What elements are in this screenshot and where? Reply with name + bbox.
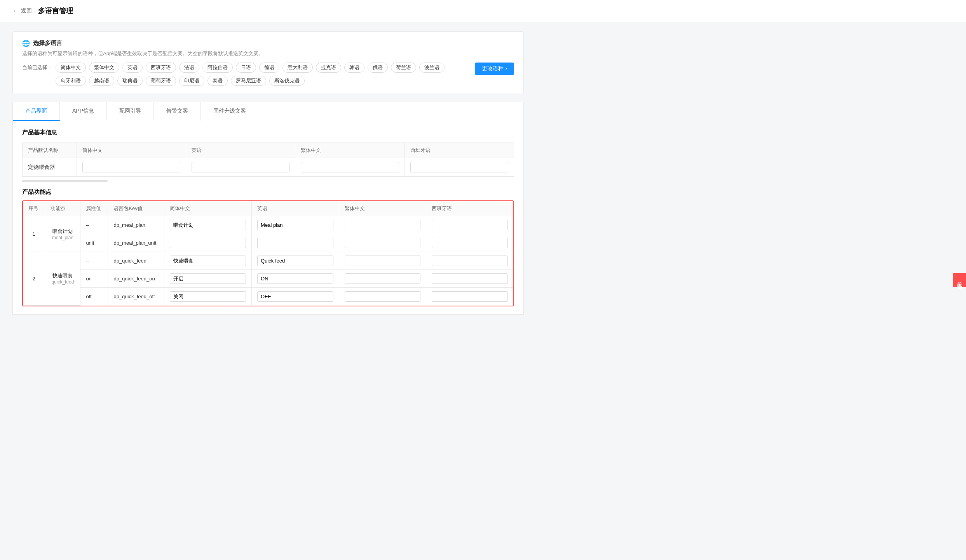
table-row: unit dp_meal_plan_unit [23, 234, 513, 252]
content-card: 产品基本信息 产品默认名称 简体中文 英语 繁体中文 西班牙语 宠物喂食器 [12, 121, 524, 315]
service-btn[interactable]: 服务咨询 [953, 273, 966, 287]
main-content: 🌐 选择多语言 选择的语种为可显示编辑的语种，但App端是否生效取决于是否配置文… [0, 22, 536, 324]
lang-tag: 简体中文 [56, 63, 86, 73]
key-cell: dp_meal_plan [108, 216, 164, 234]
lang-tag: 罗马尼亚语 [231, 76, 266, 86]
es-input[interactable] [410, 162, 508, 172]
feature-en-name: quick_feed [51, 279, 75, 285]
lang-tag: 瑞典语 [117, 76, 143, 86]
key-cell: dp_meal_plan_unit [108, 234, 164, 252]
table-row: 1 喂食计划 meal_plan – dp_meal_plan [23, 216, 513, 234]
th-index: 序号 [23, 201, 45, 216]
lang-tag: 越南语 [89, 76, 114, 86]
table-row: 2 快速喂食 quick_feed – dp_quick_feed [23, 252, 513, 270]
lang-row: 当前已选择： 简体中文繁体中文英语西班牙语法语阿拉伯语日语德语意大利语捷克语韩语… [22, 63, 514, 86]
lang-tag: 斯洛伐克语 [269, 76, 305, 86]
basic-info-table: 产品默认名称 简体中文 英语 繁体中文 西班牙语 宠物喂食器 [22, 143, 514, 177]
col-zh: 简体中文 [77, 143, 186, 158]
en-input-cell [252, 234, 339, 252]
tw-input[interactable] [301, 162, 399, 172]
en-value-input[interactable] [257, 238, 333, 248]
tw-value-input[interactable] [345, 291, 421, 302]
zh-input-cell [164, 288, 252, 306]
lang-tag: 捷克语 [316, 63, 341, 73]
tw-value-input[interactable] [345, 273, 421, 284]
es-value-input[interactable] [432, 291, 508, 302]
tw-input-cell [339, 252, 426, 270]
lang-tag: 印尼语 [179, 76, 204, 86]
th-es: 西班牙语 [426, 201, 513, 216]
zh-value-input[interactable] [170, 238, 246, 248]
zh-input-cell [164, 216, 252, 234]
en-value-input[interactable] [257, 291, 333, 302]
feature-zh-name: 喂食计划 [51, 228, 75, 235]
lang-tags-area: 简体中文繁体中文英语西班牙语法语阿拉伯语日语德语意大利语捷克语韩语俄语荷兰语波兰… [56, 63, 472, 86]
tab-4[interactable]: 固件升级文案 [201, 102, 258, 121]
lang-tag: 泰语 [207, 76, 228, 86]
tw-input-cell [339, 234, 426, 252]
es-value-input[interactable] [432, 256, 508, 266]
en-input-cell [252, 270, 339, 288]
es-cell [405, 158, 514, 177]
th-en: 英语 [252, 201, 339, 216]
zh-input-cell [164, 252, 252, 270]
es-input-cell [426, 252, 513, 270]
globe-icon: 🌐 [22, 40, 30, 47]
lang-tag: 德语 [259, 63, 279, 73]
en-value-input[interactable] [257, 256, 333, 266]
es-input-cell [426, 234, 513, 252]
tw-input-cell [339, 288, 426, 306]
lang-card-title: 🌐 选择多语言 [22, 40, 514, 47]
language-selection-card: 🌐 选择多语言 选择的语种为可显示编辑的语种，但App端是否生效取决于是否配置文… [12, 31, 524, 94]
es-value-input[interactable] [432, 220, 508, 230]
en-value-input[interactable] [257, 220, 333, 230]
feature-name-cell: 快速喂食 quick_feed [45, 252, 80, 306]
tw-value-input[interactable] [345, 220, 421, 230]
zh-value-input[interactable] [170, 291, 246, 302]
lang-tag: 西班牙语 [146, 63, 176, 73]
header: ← 返回 多语言管理 [0, 0, 966, 22]
tab-0[interactable]: 产品界面 [13, 102, 60, 121]
back-arrow-icon: ← [12, 7, 19, 14]
attr-cell: off [80, 288, 108, 306]
key-cell: dp_quick_feed_off [108, 288, 164, 306]
zh-cell [77, 158, 186, 177]
tabs: 产品界面APP信息配网引导告警文案固件升级文案 [12, 102, 524, 121]
feature-name-cell: 喂食计划 meal_plan [45, 216, 80, 252]
tab-3[interactable]: 告警文案 [154, 102, 201, 121]
en-input[interactable] [192, 162, 289, 172]
lang-tag: 日语 [236, 63, 256, 73]
feature-section-title: 产品功能点 [22, 188, 514, 196]
zh-value-input[interactable] [170, 220, 246, 230]
col-tw: 繁体中文 [295, 143, 405, 158]
table-row: off dp_quick_feed_off [23, 288, 513, 306]
key-cell: dp_quick_feed_on [108, 270, 164, 288]
zh-value-input[interactable] [170, 256, 246, 266]
lang-tag: 意大利语 [282, 63, 313, 73]
en-input-cell [252, 288, 339, 306]
es-input-cell [426, 216, 513, 234]
tw-value-input[interactable] [345, 256, 421, 266]
attr-cell: – [80, 216, 108, 234]
lang-tag: 葡萄牙语 [146, 76, 176, 86]
es-input-cell [426, 288, 513, 306]
attr-cell: unit [80, 234, 108, 252]
change-lang-button[interactable]: 更改语种 › [475, 63, 514, 75]
zh-input[interactable] [82, 162, 180, 172]
tw-input-cell [339, 216, 426, 234]
es-value-input[interactable] [432, 273, 508, 284]
es-value-input[interactable] [432, 238, 508, 248]
product-name-cell: 宠物喂食器 [23, 158, 77, 177]
en-value-input[interactable] [257, 273, 333, 284]
tw-input-cell [339, 270, 426, 288]
table-row: 宠物喂食器 [23, 158, 514, 177]
tw-value-input[interactable] [345, 238, 421, 248]
scroll-hint [22, 180, 108, 182]
lang-tag: 韩语 [344, 63, 364, 73]
back-button[interactable]: ← 返回 [12, 7, 32, 14]
zh-value-input[interactable] [170, 273, 246, 284]
tab-2[interactable]: 配网引导 [107, 102, 154, 121]
tab-1[interactable]: APP信息 [60, 102, 107, 121]
page-title: 多语言管理 [38, 6, 73, 16]
basic-info-title: 产品基本信息 [22, 129, 514, 136]
